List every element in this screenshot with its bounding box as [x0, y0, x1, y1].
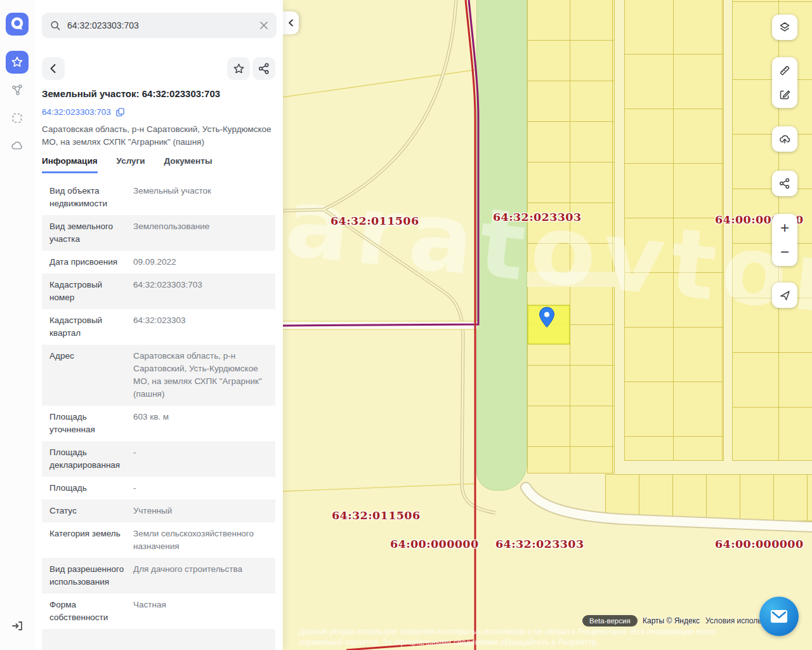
- quarter-label: 64:32:011506: [332, 509, 421, 522]
- sign-in-icon: [10, 619, 24, 633]
- sidebar-item-layers-graph[interactable]: [6, 79, 29, 102]
- sidebar-item-cloud[interactable]: [6, 135, 29, 157]
- row-label: Вид земельного участка: [49, 220, 124, 246]
- row-value: 64:32:023303: [133, 314, 268, 340]
- search-bar: [42, 13, 277, 38]
- share-nodes-icon: [778, 177, 791, 190]
- table-row: Категория земельЗемли сельскохозяйственн…: [42, 522, 275, 558]
- share-object-button[interactable]: [252, 57, 275, 80]
- tab-services[interactable]: Услуги: [117, 156, 145, 173]
- cloud-upload-icon: [778, 133, 791, 145]
- row-label: Площадь уточненная: [49, 411, 124, 436]
- tab-information[interactable]: Информация: [42, 156, 98, 173]
- copy-icon[interactable]: [115, 107, 125, 117]
- sidebar-rail: [0, 0, 35, 650]
- row-label: Адрес: [49, 350, 124, 401]
- search-icon: [49, 20, 61, 31]
- feedback-button[interactable]: [759, 597, 799, 636]
- map-attribution: Карты © Яндекс: [643, 616, 700, 625]
- row-label: Статус: [49, 505, 124, 517]
- map-canvas[interactable]: Saratovtone: [283, 0, 812, 650]
- page-title: Земельный участок: 64:32:023303:703: [42, 88, 278, 99]
- row-label: Кадастровый квартал: [49, 314, 124, 340]
- row-value: -: [133, 446, 268, 472]
- draw-button[interactable]: [772, 83, 797, 107]
- quarter-label: 64:00:000000: [390, 538, 479, 550]
- quarter-label: 64:32:023303: [493, 211, 582, 223]
- sidebar-item-login[interactable]: [6, 614, 29, 637]
- table-row: Дата присвоения09.09.2022: [42, 251, 275, 274]
- attributes-table: Вид объекта недвижимостиЗемельный участо…: [42, 180, 275, 650]
- row-value: Землепользование: [133, 220, 268, 246]
- row-label: Вид разрешенного использования: [49, 563, 124, 588]
- app-root: Saratovtone: [0, 0, 812, 650]
- zoom-out-button[interactable]: −: [772, 240, 797, 264]
- white-road: [526, 488, 812, 527]
- zoom-in-button[interactable]: +: [772, 216, 797, 240]
- table-row-partial: [42, 629, 275, 650]
- tab-documents[interactable]: Документы: [164, 156, 213, 173]
- share-nodes-icon: [258, 62, 270, 75]
- row-value: Для дачного строительства: [133, 563, 268, 588]
- quarter-label: 64:00:000000: [715, 538, 804, 550]
- row-value: Частная: [133, 599, 268, 624]
- table-row: Вид земельного участкаЗемлепользование: [42, 215, 275, 251]
- table-row: СтатусУчтенный: [42, 500, 275, 522]
- locate-button[interactable]: [772, 282, 797, 308]
- search-input[interactable]: [66, 20, 254, 31]
- row-value: -: [133, 482, 268, 494]
- narrow-road: [283, 0, 495, 513]
- sidebar-item-select-area[interactable]: [6, 107, 29, 129]
- quarter-label: 64:32:011506: [331, 215, 419, 227]
- collapse-panel-button[interactable]: [283, 11, 299, 34]
- ruler-icon: [778, 64, 791, 77]
- cadastral-number-link[interactable]: 64:32:023303:703: [42, 107, 111, 117]
- table-row: Кадастровый номер64:32:023303:703: [42, 274, 275, 309]
- row-value: Саратовская область, р-н Саратовский, Ус…: [133, 350, 268, 401]
- tab-bar: Информация Услуги Документы: [42, 156, 212, 173]
- measure-tools-group: [772, 57, 797, 108]
- row-value: 64:32:023303:703: [133, 279, 268, 304]
- table-row: Вид разрешенного использованияДля дачног…: [42, 558, 275, 594]
- app-logo[interactable]: [6, 13, 29, 36]
- chevron-left-icon: [48, 63, 58, 74]
- beta-badge: Beta-версия: [582, 615, 638, 627]
- cadastral-link-row: 64:32:023303:703: [42, 107, 125, 117]
- table-row: АдресСаратовская область, р-н Саратовски…: [42, 345, 275, 406]
- row-value: Учтенный: [133, 505, 268, 517]
- row-label: Площадь декларированная: [49, 446, 124, 472]
- table-row: Площадь уточненная603 кв. м: [42, 406, 275, 441]
- map-disclaimer: Данный ресурс использует сведения из отк…: [299, 627, 768, 648]
- zoom-out-label: −: [780, 244, 789, 260]
- ruler-button[interactable]: [772, 58, 797, 83]
- graph-nodes-icon: [10, 83, 24, 97]
- cloud-icon: [10, 139, 24, 153]
- row-label: Категория земель: [49, 527, 124, 553]
- favorite-object-button[interactable]: [227, 57, 250, 80]
- star-outline-icon: [232, 62, 246, 76]
- row-label: Вид объекта недвижимости: [49, 185, 124, 210]
- row-label: Форма собственности: [49, 599, 124, 624]
- zoom-controls: + −: [772, 214, 797, 266]
- table-row: Форма собственностиЧастная: [42, 594, 275, 629]
- layers-button[interactable]: [772, 15, 797, 40]
- table-row: Площадь декларированная-: [42, 441, 275, 477]
- object-address: Саратовская область, р-н Саратовский, Ус…: [42, 123, 278, 149]
- sidebar-item-favorites[interactable]: [6, 51, 29, 74]
- table-row: Кадастровый квартал64:32:023303: [42, 309, 275, 345]
- row-value: 603 кв. м: [133, 411, 268, 436]
- row-value: Земельный участок: [133, 185, 268, 210]
- share-map-button[interactable]: [772, 171, 797, 196]
- back-button[interactable]: [42, 57, 65, 80]
- locate-icon: [778, 289, 791, 302]
- chevron-left-icon: [287, 18, 296, 27]
- edit-icon: [778, 88, 791, 101]
- clear-search-icon[interactable]: [259, 20, 269, 30]
- row-label: Дата присвоения: [49, 256, 124, 269]
- star-icon: [10, 55, 24, 69]
- table-row: Вид объекта недвижимостиЗемельный участо…: [42, 180, 275, 215]
- layers-icon: [778, 21, 791, 34]
- upload-button[interactable]: [772, 126, 797, 152]
- info-panel: Земельный участок: 64:32:023303:703 64:3…: [0, 0, 283, 650]
- map-overlay-lines: [283, 0, 812, 650]
